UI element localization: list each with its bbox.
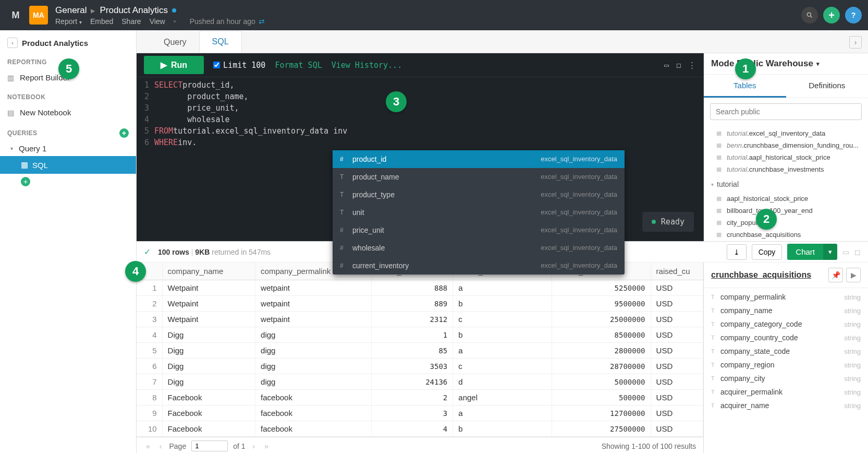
type-icon: # bbox=[340, 242, 352, 254]
table-row[interactable]: 10Facebookfacebook4b27500000USD bbox=[137, 421, 703, 437]
add-sql-button[interactable]: + bbox=[21, 177, 30, 186]
autocomplete-popup[interactable]: #product_idexcel_sql_inventory_dataTprod… bbox=[333, 150, 625, 275]
copy-button[interactable]: Copy bbox=[752, 244, 783, 260]
pager-first[interactable]: « bbox=[144, 442, 152, 450]
autocomplete-item[interactable]: Tunitexcel_sql_inventory_data bbox=[333, 204, 625, 221]
minimize-editor-icon[interactable]: ▭ bbox=[664, 61, 669, 70]
chart-dropdown[interactable]: ▾ bbox=[823, 244, 837, 260]
table-row[interactable]: 5Diggdigg85a2800000USD bbox=[137, 343, 703, 359]
pager-next[interactable]: › bbox=[251, 442, 258, 450]
minimize-results-icon[interactable]: ▭ bbox=[842, 248, 849, 256]
help-button[interactable]: ? bbox=[845, 7, 862, 23]
table-item[interactable]: ▦tutorial.aapl_historical_stock_price bbox=[704, 151, 868, 163]
table-icon: ▦ bbox=[716, 166, 724, 173]
check-icon: ✓ bbox=[144, 247, 151, 257]
type-icon: # bbox=[340, 153, 352, 165]
column-row[interactable]: Tcompany_namestring bbox=[704, 304, 868, 317]
table-row[interactable]: 7Diggdigg24136d5000000USD bbox=[137, 374, 703, 390]
breadcrumb-root[interactable]: General bbox=[55, 5, 87, 16]
forward-button[interactable]: › bbox=[849, 36, 862, 49]
menu-report[interactable]: Report ▾ bbox=[55, 17, 82, 26]
schema-search-input[interactable] bbox=[710, 103, 862, 120]
autocomplete-item[interactable]: #product_idexcel_sql_inventory_data bbox=[333, 150, 625, 168]
column-header[interactable]: company_name bbox=[162, 263, 255, 280]
limit-checkbox-input[interactable] bbox=[213, 62, 220, 68]
type-icon: T bbox=[711, 294, 720, 300]
table-item[interactable]: ▦billboard_top_100_year_end bbox=[704, 205, 868, 217]
table-item[interactable]: ▦benn.crunchbase_dimension_funding_rou..… bbox=[704, 139, 868, 151]
code-area[interactable]: 1SELECT product_id, 2 product_name, 3 pr… bbox=[137, 77, 703, 150]
table-row[interactable]: 2Wetpaintwetpaint889b9500000USD bbox=[137, 296, 703, 312]
notebook-icon: ▤ bbox=[7, 109, 16, 117]
table-item[interactable]: ▦tutorial.excel_sql_inventory_data bbox=[704, 127, 868, 139]
tab-sql[interactable]: SQL bbox=[199, 31, 242, 53]
pager-last[interactable]: » bbox=[262, 442, 271, 450]
data-grid[interactable]: company_namecompany_permalinkround_idrou… bbox=[137, 263, 703, 453]
menu-view[interactable]: View bbox=[150, 17, 165, 26]
chart-button[interactable]: Chart bbox=[787, 244, 823, 260]
pin-button[interactable]: 📌 bbox=[828, 268, 843, 282]
table-item[interactable]: ▦tutorial.crunchbase_investments bbox=[704, 163, 868, 175]
table-row[interactable]: 8Facebookfacebook2angel500000USD bbox=[137, 390, 703, 406]
tab-query[interactable]: Query bbox=[151, 32, 199, 53]
column-row[interactable]: Tacquirer_namestring bbox=[704, 399, 868, 412]
format-sql-link[interactable]: Format SQL bbox=[275, 61, 322, 70]
query-tree-child-sql[interactable]: ▦ SQL bbox=[0, 156, 136, 174]
table-item[interactable]: ▦aapl_historical_stock_price bbox=[704, 193, 868, 205]
autocomplete-item[interactable]: #wholesaleexcel_sql_inventory_data bbox=[333, 239, 625, 257]
column-row[interactable]: Tcompany_regionstring bbox=[704, 358, 868, 372]
workspace-avatar[interactable]: MA bbox=[29, 6, 48, 25]
type-icon: T bbox=[711, 348, 720, 354]
schema-header[interactable]: ▾ tutorial bbox=[704, 176, 868, 190]
menu-embed[interactable]: Embed bbox=[90, 17, 113, 26]
column-row[interactable]: Tcompany_permalinkstring bbox=[704, 290, 868, 304]
autocomplete-item[interactable]: #current_inventoryexcel_sql_inventory_da… bbox=[333, 257, 625, 275]
table-icon: ▦ bbox=[716, 231, 724, 238]
app-logo[interactable]: M bbox=[6, 6, 25, 25]
sidebar-item-new-notebook[interactable]: ▤ New Notebook bbox=[0, 104, 136, 121]
table-row[interactable]: 3Wetpaintwetpaint2312c25000000USD bbox=[137, 312, 703, 327]
autocomplete-item[interactable]: Tproduct_nameexcel_sql_inventory_data bbox=[333, 168, 625, 186]
table-row[interactable]: 6Diggdigg3503c28700000USD bbox=[137, 359, 703, 374]
sql-label: SQL bbox=[32, 161, 48, 170]
sync-icon[interactable]: ⇄ bbox=[259, 17, 265, 26]
column-row[interactable]: Tcompany_state_codestring bbox=[704, 344, 868, 358]
table-row[interactable]: 1Wetpaintwetpaint888a5250000USD bbox=[137, 280, 703, 296]
download-button[interactable]: ⤓ bbox=[727, 244, 747, 260]
limit-checkbox[interactable]: Limit 100 bbox=[213, 61, 265, 70]
table-icon: ▦ bbox=[716, 130, 724, 137]
column-row[interactable]: Tcompany_country_codestring bbox=[704, 331, 868, 344]
sql-editor[interactable]: ▶ Run Limit 100 Format SQL View History.… bbox=[137, 53, 703, 241]
query-tree-root[interactable]: ▾ Query 1 bbox=[0, 141, 136, 156]
run-button[interactable]: ▶ Run bbox=[144, 56, 204, 74]
table-item[interactable]: ▦crunchbase_acquisitions bbox=[704, 229, 868, 241]
menu-share[interactable]: Share bbox=[121, 17, 141, 26]
unsaved-indicator bbox=[172, 8, 176, 13]
table-item[interactable]: ▦city_populations bbox=[704, 217, 868, 229]
pager-input[interactable] bbox=[191, 440, 228, 451]
add-query-button[interactable]: + bbox=[119, 128, 129, 138]
column-row[interactable]: Tcompany_citystring bbox=[704, 372, 868, 385]
datasource-selector[interactable]: Mode Public Warehouse ▾ bbox=[704, 53, 868, 75]
table-row[interactable]: 9Facebookfacebook3a12700000USD bbox=[137, 406, 703, 421]
annotation-3: 3 bbox=[386, 91, 407, 112]
type-icon: T bbox=[711, 321, 720, 327]
add-button[interactable]: + bbox=[823, 7, 840, 23]
search-button[interactable] bbox=[801, 7, 818, 23]
table-row[interactable]: 4Diggdigg1b8500000USD bbox=[137, 327, 703, 343]
column-panel-title[interactable]: crunchbase_acquisitions bbox=[711, 270, 811, 280]
autocomplete-item[interactable]: Tproduct_typeexcel_sql_inventory_data bbox=[333, 186, 625, 204]
back-button[interactable]: ‹ bbox=[7, 38, 18, 48]
editor-more-icon[interactable]: ⋮ bbox=[688, 61, 696, 70]
column-row[interactable]: Tacquirer_permalinkstring bbox=[704, 385, 868, 399]
column-row[interactable]: Tcompany_category_codestring bbox=[704, 317, 868, 331]
preview-button[interactable]: ▶ bbox=[846, 268, 861, 282]
pager-prev[interactable]: ‹ bbox=[157, 442, 164, 450]
maximize-results-icon[interactable]: ◻ bbox=[854, 248, 861, 256]
breadcrumb-current[interactable]: Product Analytics bbox=[100, 5, 167, 16]
maximize-editor-icon[interactable]: ◻ bbox=[676, 61, 681, 70]
panel-tab-definitions[interactable]: Definitions bbox=[786, 75, 869, 98]
autocomplete-item[interactable]: #price_unitexcel_sql_inventory_data bbox=[333, 221, 625, 239]
column-header[interactable]: raised_cu bbox=[651, 263, 703, 280]
view-history-link[interactable]: View History... bbox=[332, 61, 402, 70]
